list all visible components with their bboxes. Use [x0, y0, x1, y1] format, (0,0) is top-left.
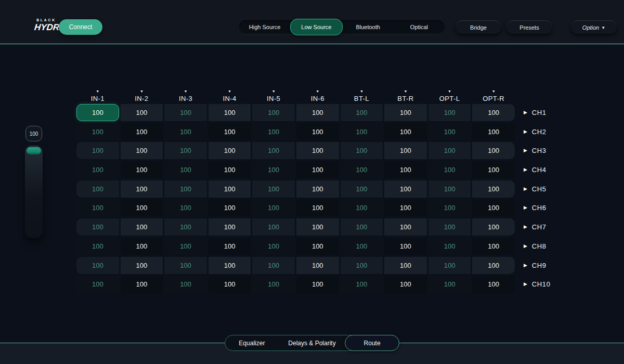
matrix-cell-ch1-in-5[interactable]: 100 [252, 104, 295, 121]
source-tab-high-source[interactable]: High Source [239, 20, 290, 34]
matrix-cell-ch5-in-4[interactable]: 100 [209, 180, 251, 198]
matrix-cell-ch9-in-3[interactable]: 100 [164, 257, 207, 274]
matrix-cell-ch7-in-1[interactable]: 100 [76, 218, 119, 236]
matrix-cell-ch3-in-5[interactable]: 100 [252, 142, 295, 159]
matrix-cell-ch2-in-5[interactable]: 100 [252, 123, 295, 140]
matrix-cell-ch10-in-5[interactable]: 100 [252, 276, 295, 293]
matrix-cell-ch2-in-4[interactable]: 100 [209, 123, 251, 140]
matrix-cell-ch7-opt-l[interactable]: 100 [428, 218, 471, 236]
matrix-cell-ch8-bt-l[interactable]: 100 [341, 238, 383, 255]
matrix-cell-ch6-opt-l[interactable]: 100 [428, 199, 471, 216]
footer-tab-delays-polarity[interactable]: Delays & Polarity [279, 335, 345, 350]
matrix-cell-ch10-in-3[interactable]: 100 [164, 276, 207, 293]
matrix-cell-ch1-opt-l[interactable]: 100 [428, 104, 471, 121]
matrix-cell-ch6-in-1[interactable]: 100 [76, 199, 119, 216]
matrix-cell-ch7-bt-r[interactable]: 100 [384, 218, 427, 236]
matrix-cell-ch2-bt-r[interactable]: 100 [384, 123, 427, 140]
matrix-cell-ch10-in-1[interactable]: 100 [76, 276, 119, 293]
matrix-cell-ch5-in-5[interactable]: 100 [252, 180, 295, 198]
matrix-cell-ch3-bt-r[interactable]: 100 [384, 142, 427, 159]
matrix-cell-ch2-opt-l[interactable]: 100 [428, 123, 471, 140]
column-header-in-2[interactable]: ▼IN-2 [121, 83, 163, 104]
channel-control-ch3[interactable]: ▶CH3 [524, 147, 547, 154]
matrix-cell-ch9-bt-l[interactable]: 100 [341, 257, 383, 274]
column-header-bt-l[interactable]: ▼BT-L [341, 83, 383, 104]
matrix-cell-ch9-opt-r[interactable]: 100 [472, 257, 515, 274]
matrix-cell-ch9-in-2[interactable]: 100 [121, 257, 163, 274]
matrix-cell-ch4-bt-r[interactable]: 100 [384, 161, 427, 178]
connect-button[interactable]: Connect [59, 19, 102, 35]
channel-control-ch4[interactable]: ▶CH4 [524, 166, 547, 174]
matrix-cell-ch3-opt-l[interactable]: 100 [428, 142, 471, 159]
column-header-in-3[interactable]: ▼IN-3 [164, 83, 207, 104]
matrix-cell-ch1-in-1[interactable]: 100 [76, 104, 119, 121]
matrix-cell-ch7-in-5[interactable]: 100 [252, 218, 295, 236]
matrix-cell-ch5-in-1[interactable]: 100 [76, 180, 119, 198]
matrix-cell-ch10-in-6[interactable]: 100 [296, 276, 339, 293]
matrix-cell-ch9-in-5[interactable]: 100 [252, 257, 295, 274]
source-tab-low-source[interactable]: Low Source [290, 19, 342, 35]
matrix-cell-ch1-in-2[interactable]: 100 [121, 104, 163, 121]
matrix-cell-ch2-bt-l[interactable]: 100 [341, 123, 383, 140]
matrix-cell-ch2-in-3[interactable]: 100 [164, 123, 207, 140]
matrix-cell-ch5-opt-l[interactable]: 100 [428, 180, 471, 198]
matrix-cell-ch4-in-3[interactable]: 100 [164, 161, 207, 178]
matrix-cell-ch9-in-1[interactable]: 100 [76, 257, 119, 274]
bridge-button[interactable]: Bridge [456, 20, 501, 34]
matrix-cell-ch4-in-4[interactable]: 100 [209, 161, 251, 178]
matrix-cell-ch1-in-3[interactable]: 100 [164, 104, 207, 121]
matrix-cell-ch10-in-4[interactable]: 100 [209, 276, 251, 293]
matrix-cell-ch8-in-2[interactable]: 100 [121, 238, 163, 255]
column-header-bt-r[interactable]: ▼BT-R [384, 83, 427, 104]
presets-button[interactable]: Presets [506, 20, 552, 34]
matrix-cell-ch5-bt-l[interactable]: 100 [341, 180, 383, 198]
option-button[interactable]: Option▼ [571, 20, 617, 34]
channel-control-ch9[interactable]: ▶CH9 [524, 262, 547, 269]
fader-handle[interactable] [27, 147, 41, 154]
matrix-cell-ch8-in-6[interactable]: 100 [296, 238, 339, 255]
column-header-opt-l[interactable]: ▼OPT-L [428, 83, 471, 104]
matrix-cell-ch7-in-3[interactable]: 100 [164, 218, 207, 236]
matrix-cell-ch2-in-2[interactable]: 100 [121, 123, 163, 140]
matrix-cell-ch2-in-1[interactable]: 100 [76, 123, 119, 140]
matrix-cell-ch3-opt-r[interactable]: 100 [472, 142, 515, 159]
matrix-cell-ch4-in-6[interactable]: 100 [296, 161, 339, 178]
matrix-cell-ch4-in-1[interactable]: 100 [76, 161, 119, 178]
matrix-cell-ch9-bt-r[interactable]: 100 [384, 257, 427, 274]
matrix-cell-ch1-in-6[interactable]: 100 [296, 104, 339, 121]
matrix-cell-ch4-in-5[interactable]: 100 [252, 161, 295, 178]
matrix-cell-ch3-in-1[interactable]: 100 [76, 142, 119, 159]
footer-tab-route[interactable]: Route [345, 335, 399, 351]
matrix-cell-ch8-in-1[interactable]: 100 [76, 238, 119, 255]
matrix-cell-ch2-opt-r[interactable]: 100 [472, 123, 515, 140]
matrix-cell-ch1-opt-r[interactable]: 100 [472, 104, 515, 121]
matrix-cell-ch8-in-3[interactable]: 100 [164, 238, 207, 255]
matrix-cell-ch5-bt-r[interactable]: 100 [384, 180, 427, 198]
matrix-cell-ch4-opt-r[interactable]: 100 [472, 161, 515, 178]
matrix-cell-ch5-in-3[interactable]: 100 [164, 180, 207, 198]
matrix-cell-ch1-bt-l[interactable]: 100 [341, 104, 383, 121]
channel-control-ch2[interactable]: ▶CH2 [524, 128, 547, 136]
matrix-cell-ch2-in-6[interactable]: 100 [296, 123, 339, 140]
channel-control-ch10[interactable]: ▶CH10 [524, 280, 551, 288]
matrix-cell-ch6-in-6[interactable]: 100 [296, 199, 339, 216]
matrix-cell-ch6-in-3[interactable]: 100 [164, 199, 207, 216]
matrix-cell-ch6-in-4[interactable]: 100 [209, 199, 251, 216]
matrix-cell-ch9-opt-l[interactable]: 100 [428, 257, 471, 274]
channel-control-ch8[interactable]: ▶CH8 [524, 242, 547, 250]
matrix-cell-ch6-bt-l[interactable]: 100 [341, 199, 383, 216]
matrix-cell-ch10-opt-r[interactable]: 100 [472, 276, 515, 293]
matrix-cell-ch3-in-2[interactable]: 100 [121, 142, 163, 159]
matrix-cell-ch10-in-2[interactable]: 100 [121, 276, 163, 293]
matrix-cell-ch1-in-4[interactable]: 100 [209, 104, 251, 121]
channel-control-ch1[interactable]: ▶CH1 [524, 109, 547, 116]
matrix-cell-ch10-opt-l[interactable]: 100 [428, 276, 471, 293]
matrix-cell-ch8-opt-l[interactable]: 100 [428, 238, 471, 255]
matrix-cell-ch7-bt-l[interactable]: 100 [341, 218, 383, 236]
matrix-cell-ch7-in-6[interactable]: 100 [296, 218, 339, 236]
matrix-cell-ch7-opt-r[interactable]: 100 [472, 218, 515, 236]
matrix-cell-ch6-opt-r[interactable]: 100 [472, 199, 515, 216]
matrix-cell-ch9-in-6[interactable]: 100 [296, 257, 339, 274]
matrix-cell-ch9-in-4[interactable]: 100 [209, 257, 251, 274]
matrix-cell-ch7-in-2[interactable]: 100 [121, 218, 163, 236]
